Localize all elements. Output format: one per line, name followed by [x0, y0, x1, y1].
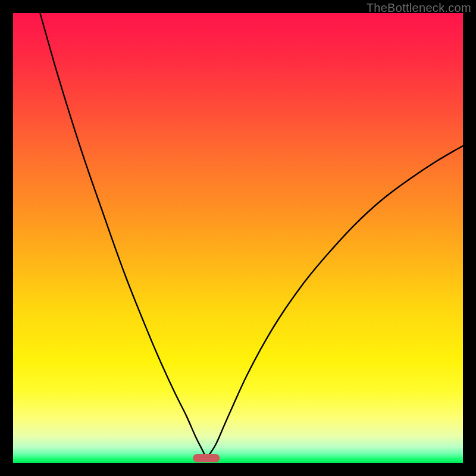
curve-left-arm — [40, 13, 206, 458]
chart-frame: TheBottleneck.com — [0, 0, 476, 476]
curve-svg — [13, 13, 463, 463]
bottleneck-marker — [193, 454, 220, 462]
curve-right-arm — [206, 146, 463, 458]
watermark-text: TheBottleneck.com — [367, 1, 471, 15]
plot-area — [13, 13, 463, 463]
